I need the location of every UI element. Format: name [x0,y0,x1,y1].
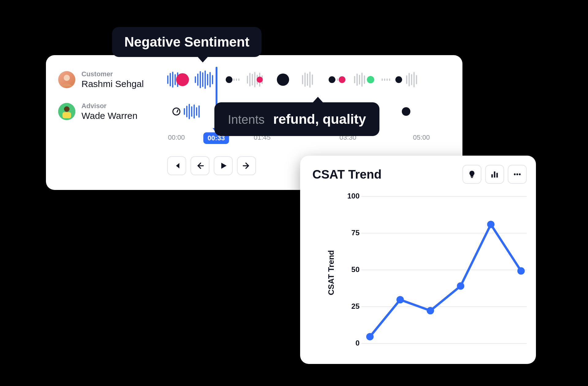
play-icon [219,162,227,170]
advisor-name: Wade Warren [81,111,167,121]
chart-body: CSAT Trend 0255075100 [312,193,527,352]
chart-title: CSAT Trend [312,168,382,181]
chart-actions [462,165,527,184]
chart-panel: CSAT Trend CSAT Trend 0255075100 [300,156,536,364]
svg-point-8 [514,173,516,175]
svg-rect-5 [492,174,493,178]
time-tick-5: 05:00 [413,134,430,142]
play-button[interactable] [214,156,233,175]
customer-name: Rashmi Sehgal [81,79,167,89]
sentiment-dot-neutral [402,107,410,116]
svg-point-2 [64,106,70,112]
chart-data-point[interactable] [517,267,525,274]
chart-line [361,196,527,343]
clock-icon [172,108,180,115]
skip-start-icon [173,162,181,170]
bar-chart-button[interactable] [485,165,504,184]
customer-track-row: RS Customer Rashmi Sehgal [58,67,450,92]
more-button[interactable] [508,165,527,184]
sentiment-dot [277,74,289,86]
intents-tooltip-label: Intents [228,113,265,127]
sentiment-tooltip: Negative Sentiment [112,27,262,57]
chart-y-tick: 50 [346,265,360,274]
svg-rect-3 [62,112,71,118]
sentiment-dot [257,77,263,83]
insight-button[interactable] [462,165,481,184]
chart-plot-area: 0255075100 [346,196,527,343]
more-icon [513,170,522,179]
intents-tooltip: Intents refund, quality [214,102,379,136]
sentiment-tooltip-label: Negative Sentiment [124,34,249,49]
sentiment-dot [367,76,374,83]
sentiment-dot [226,76,232,83]
chart-data-point[interactable] [457,282,464,290]
sentiment-dot [339,76,345,83]
customer-waveform-lane[interactable] [167,70,450,89]
skip-start-button[interactable] [167,156,186,175]
advisor-role-label: Advisor [81,102,167,110]
chart-data-point[interactable] [366,333,374,340]
advisor-meta: Advisor Wade Warren [81,102,167,121]
svg-point-0 [64,75,70,81]
chart-data-point[interactable] [427,307,434,314]
next-button[interactable] [237,156,256,175]
chart-y-axis-title: CSAT Trend [326,250,336,295]
sentiment-dot [395,76,402,83]
prev-button[interactable] [190,156,209,175]
svg-point-10 [519,173,521,175]
customer-avatar: RS [58,71,75,88]
time-tick-0: 00:00 [168,134,185,142]
svg-rect-6 [494,172,496,178]
sentiment-dot [176,73,189,86]
playback-controls [167,156,256,175]
customer-role-label: Customer [81,70,167,78]
arrow-right-icon [243,162,251,170]
chart-y-tick: 25 [346,302,360,311]
lightbulb-icon [468,170,476,179]
sentiment-dot [329,76,335,83]
chart-y-tick: 100 [346,192,360,200]
arrow-left-icon [196,162,204,170]
chart-header: CSAT Trend [312,165,527,184]
bar-chart-icon [490,170,499,179]
advisor-avatar [58,103,75,120]
chart-y-tick: 75 [346,229,360,237]
chart-y-tick: 0 [346,339,360,347]
svg-rect-7 [496,173,498,177]
svg-point-9 [516,173,518,175]
chart-data-point[interactable] [487,221,495,228]
chart-gridline [361,343,527,344]
chart-data-point[interactable] [397,296,404,303]
svg-rect-4 [471,177,473,178]
customer-meta: Customer Rashmi Sehgal [81,70,167,89]
intents-tooltip-value: refund, quality [273,112,366,127]
